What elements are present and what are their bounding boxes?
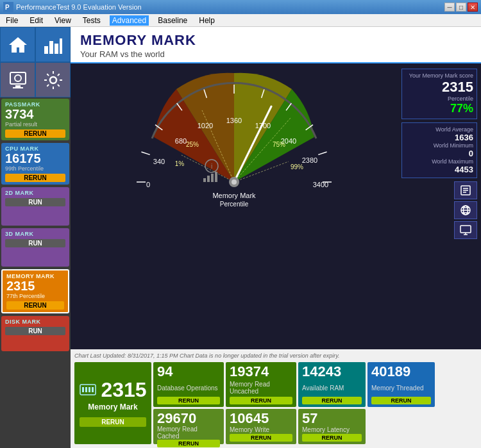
cpu-sub: 99th Percentile: [5, 165, 65, 172]
svg-line-20: [318, 152, 326, 154]
svg-rect-66: [92, 387, 94, 392]
memory-value: 2315: [6, 279, 64, 292]
content-area: MEMORY MARK Your RAM vs the world: [71, 27, 481, 448]
svg-text:Memory Mark: Memory Mark: [212, 192, 256, 199]
available-ram-card[interactable]: 14243 Available RAM RERUN: [298, 362, 366, 407]
svg-text:1%: 1%: [175, 160, 185, 167]
svg-point-41: [232, 179, 237, 185]
memory-rerun[interactable]: RERUN: [6, 301, 64, 310]
mem-write-rerun[interactable]: RERUN: [230, 434, 292, 442]
disk-run[interactable]: RUN: [5, 327, 65, 335]
mem-write-label: Memory Write: [230, 426, 292, 433]
mem-threaded-card[interactable]: 40189 Memory Threaded RERUN: [367, 362, 435, 407]
sidebar-2d[interactable]: 2D MARK RUN: [1, 187, 69, 226]
svg-text:0: 0: [146, 181, 150, 188]
title-bar: P PerformanceTest 9.0 Evaluation Version…: [0, 0, 481, 14]
svg-rect-48: [211, 174, 214, 182]
mem-write-card[interactable]: 10645 Memory Write RERUN: [226, 409, 296, 444]
svg-text:680: 680: [175, 137, 187, 145]
main-container: PASSMARK 3734 Partial result RERUN CPU M…: [0, 27, 481, 448]
mem-read-cached-rerun[interactable]: RERUN: [157, 440, 220, 447]
svg-point-10: [50, 77, 56, 83]
memory-mark-card[interactable]: 2315 Memory Mark RERUN: [74, 362, 151, 444]
db-ops-rerun[interactable]: RERUN: [157, 397, 220, 404]
db-ops-label: Database Operations: [157, 385, 220, 392]
window-controls: ─ □ ✕: [444, 3, 478, 12]
export-icon: [459, 184, 472, 197]
disk-title: DISK MARK: [5, 319, 65, 325]
passmark-rerun[interactable]: RERUN: [5, 129, 65, 138]
minimize-button[interactable]: ─: [444, 3, 455, 12]
content-header: MEMORY MARK Your RAM vs the world: [71, 27, 481, 63]
close-button[interactable]: ✕: [468, 3, 478, 12]
twod-run[interactable]: RUN: [5, 198, 65, 206]
home-icon: [8, 35, 28, 55]
threed-run[interactable]: RUN: [5, 239, 65, 247]
app-icon: P: [3, 2, 13, 12]
mem-latency-label: Memory Latency: [302, 426, 362, 433]
menu-advanced[interactable]: Advanced: [110, 15, 149, 26]
svg-text:340: 340: [153, 158, 165, 165]
right-panel: Your Memory Mark score 2315 Percentile 7…: [398, 63, 481, 349]
svg-rect-5: [60, 38, 62, 54]
menu-tests[interactable]: Tests: [80, 15, 103, 26]
sidebar-cpu[interactable]: CPU MARK 16175 99th Percentile RERUN: [1, 143, 69, 185]
sidebar-passmark[interactable]: PASSMARK 3734 Partial result RERUN: [1, 99, 69, 140]
maximize-button[interactable]: □: [456, 3, 466, 12]
mem-latency-rerun[interactable]: RERUN: [302, 434, 362, 442]
world-avg-value: 1636: [405, 133, 473, 142]
svg-text:1360: 1360: [226, 117, 242, 124]
mem-threaded-rerun[interactable]: RERUN: [371, 397, 431, 404]
svg-rect-4: [55, 44, 58, 54]
monitor-icon: [459, 224, 472, 236]
svg-rect-47: [207, 176, 210, 182]
svg-rect-46: [203, 178, 206, 182]
sidebar-disk[interactable]: DISK MARK RUN: [1, 316, 69, 351]
sidebar-3d[interactable]: 3D MARK RUN: [1, 228, 69, 267]
menu-baseline[interactable]: Baseline: [155, 15, 190, 26]
menu-view[interactable]: View: [52, 15, 74, 26]
score-box: Your Memory Mark score 2315 Percentile 7…: [401, 69, 477, 119]
monitor-icon-btn[interactable]: [454, 221, 477, 239]
right-icon-panel: [401, 181, 477, 239]
world-min-value: 0: [405, 149, 473, 158]
globe-icon: [459, 204, 472, 217]
sidebar-memory[interactable]: MEMORY MARK 2315 77th Percentile RERUN: [1, 269, 69, 313]
home-icon-btn[interactable]: [0, 27, 35, 62]
system-icon-btn[interactable]: [0, 62, 35, 97]
menu-file[interactable]: File: [3, 15, 21, 26]
menu-help[interactable]: Help: [196, 15, 217, 26]
memory-mark-rerun[interactable]: RERUN: [80, 417, 146, 427]
export-icon-btn[interactable]: [454, 181, 477, 199]
mem-threaded-value: 40189: [371, 365, 431, 379]
percentile-value: 77%: [405, 102, 473, 115]
cpu-rerun[interactable]: RERUN: [5, 174, 65, 182]
chart-note: Chart Last Updated: 8/31/2017, 1:15 PM C…: [74, 351, 477, 360]
gear-icon: [43, 70, 63, 90]
avail-ram-rerun[interactable]: RERUN: [302, 397, 362, 404]
world-avg-label: World Average: [405, 126, 473, 133]
mem-write-value: 10645: [230, 411, 292, 426]
svg-text:99%: 99%: [291, 163, 303, 170]
settings-icon-btn[interactable]: [35, 62, 71, 97]
mem-read-uncached-card[interactable]: 19374 Memory Read Uncached RERUN: [226, 362, 296, 407]
mem-threaded-label: Memory Threaded: [371, 385, 431, 392]
chart-icon-btn[interactable]: [35, 27, 71, 62]
globe-icon-btn[interactable]: [454, 201, 477, 219]
memory-mark-label: Memory Mark: [88, 402, 137, 411]
bottom-section: Chart Last Updated: 8/31/2017, 1:15 PM C…: [71, 349, 481, 448]
percentile-label: Percentile: [405, 95, 473, 102]
gauge-chart: 0 340 680 1020 1360 1700 2040 2380 3400 …: [125, 67, 343, 208]
mem-read-uncached-label: Memory Read Uncached: [230, 381, 292, 395]
svg-rect-63: [82, 387, 84, 392]
mem-read-uncached-rerun[interactable]: RERUN: [230, 397, 292, 404]
svg-rect-49: [215, 172, 217, 182]
svg-point-9: [15, 75, 21, 81]
svg-text:i: i: [211, 163, 212, 170]
menu-edit[interactable]: Edit: [27, 15, 46, 26]
mem-latency-value: 57: [302, 411, 362, 426]
mem-read-cached-card[interactable]: 29670 Memory Read Cached RERUN: [153, 409, 224, 444]
mem-latency-card[interactable]: 57 Memory Latency RERUN: [298, 409, 366, 444]
database-ops-card[interactable]: 94 Database Operations RERUN: [153, 362, 224, 407]
sidebar-top-icons: [0, 27, 71, 62]
